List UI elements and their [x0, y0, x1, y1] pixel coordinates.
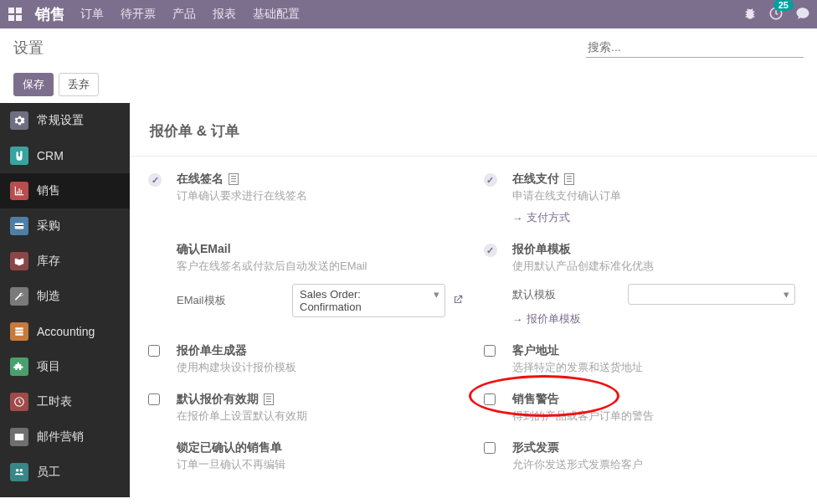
doc-icon[interactable] — [264, 393, 274, 405]
nav-products[interactable]: 产品 — [172, 7, 196, 22]
setting-customer-address: 客户地址 选择特定的发票和送货地址 — [474, 332, 809, 380]
sidebar-label: 制造 — [37, 289, 60, 304]
nav-config[interactable]: 基础配置 — [253, 7, 300, 22]
checkbox-online-signature[interactable] — [148, 173, 162, 187]
svg-rect-2 — [15, 225, 24, 226]
title: 客户地址 — [512, 343, 559, 358]
sidebar-item-5[interactable]: 制造 — [0, 279, 130, 314]
title: 确认EMail — [177, 242, 231, 257]
brand-title: 销售 — [35, 4, 65, 24]
title: 锁定已确认的销售单 — [177, 440, 282, 455]
sidebar-item-2[interactable]: 销售 — [0, 173, 130, 208]
desc: 客户在线签名或付款后自动发送的EMail — [177, 259, 464, 274]
default-template-select[interactable] — [628, 284, 795, 305]
checkbox-proforma[interactable] — [484, 442, 496, 454]
sidebar-item-1[interactable]: CRM — [0, 138, 130, 173]
save-button[interactable]: 保存 — [13, 73, 54, 96]
link-payment-methods[interactable]: 支付方式 — [512, 210, 799, 225]
sidebar-label: 采购 — [37, 219, 60, 234]
sidebar-icon — [10, 428, 28, 446]
control-panel: 设置 保存 丢弃 — [0, 28, 817, 103]
setting-sale-warning: 销售警告 得到的产品或客户订单的警告 — [474, 380, 809, 429]
desc: 订单一旦确认不再编辑 — [177, 457, 464, 472]
discard-button[interactable]: 丢弃 — [59, 73, 99, 96]
section-title: 报价单 & 订单 — [130, 103, 817, 157]
sidebar-icon — [10, 217, 28, 235]
sidebar-icon — [10, 182, 28, 200]
nav-reports[interactable]: 报表 — [213, 7, 236, 22]
sidebar-item-0[interactable]: 常规设置 — [0, 103, 130, 138]
sidebar-label: 工时表 — [37, 394, 72, 409]
desc: 使用默认产品创建标准化优惠 — [512, 259, 799, 274]
activities-badge: 25 — [773, 0, 794, 11]
doc-icon[interactable] — [564, 173, 574, 185]
sidebar-item-8[interactable]: 工时表 — [0, 384, 130, 419]
title: 形式发票 — [512, 440, 559, 455]
sidebar-item-4[interactable]: 库存 — [0, 244, 130, 279]
desc: 得到的产品或客户订单的警告 — [512, 409, 799, 424]
sidebar-label: CRM — [37, 149, 64, 162]
sidebar-label: 销售 — [37, 183, 60, 198]
apps-icon[interactable] — [7, 6, 23, 23]
checkbox-quote-builder[interactable] — [148, 345, 160, 357]
sidebar-item-10[interactable]: 员工 — [0, 455, 130, 490]
sidebar-icon — [10, 463, 28, 481]
sidebar-icon — [10, 111, 28, 130]
search-input[interactable] — [586, 37, 804, 58]
setting-quote-template: 报价单模板 使用默认产品创建标准化优惠 默认模板 报价单模板 — [474, 230, 809, 332]
doc-icon[interactable] — [229, 173, 239, 185]
setting-default-validity: 默认报价有效期 在报价单上设置默认有效期 — [138, 380, 474, 429]
email-template-label: EMail模板 — [177, 293, 285, 308]
sidebar-icon — [10, 357, 28, 376]
svg-point-5 — [20, 469, 23, 472]
setting-confirm-email: 确认EMail 客户在线签名或付款后自动发送的EMail EMail模板 Sal… — [138, 230, 474, 332]
top-navbar: 销售 订单 待开票 产品 报表 基础配置 25 — [0, 0, 817, 28]
title: 销售警告 — [512, 392, 559, 407]
activities-icon[interactable]: 25 — [768, 6, 784, 23]
sidebar-icon — [10, 147, 28, 165]
sidebar-item-9[interactable]: 邮件营销 — [0, 419, 130, 455]
nav-orders[interactable]: 订单 — [80, 7, 104, 22]
chat-icon[interactable] — [795, 6, 810, 23]
email-template-select[interactable]: Sales Order: Confirmation — [292, 284, 445, 317]
svg-point-4 — [16, 469, 19, 472]
desc: 在报价单上设置默认有效期 — [177, 409, 464, 424]
setting-online-signature: 在线签名 订单确认要求进行在线签名 — [138, 160, 474, 230]
title: 在线签名 — [177, 172, 224, 187]
sidebar-label: 员工 — [37, 465, 60, 480]
sidebar-item-7[interactable]: 项目 — [0, 349, 130, 384]
default-template-label: 默认模板 — [512, 287, 621, 302]
sidebar-item-6[interactable]: Accounting — [0, 314, 130, 349]
nav-to-invoice[interactable]: 待开票 — [121, 7, 156, 22]
sidebar-label: Accounting — [37, 325, 95, 338]
sidebar-icon — [10, 252, 28, 270]
sidebar-label: 项目 — [37, 359, 60, 374]
sidebar-icon — [10, 393, 28, 411]
settings-content: 报价单 & 订单 在线签名 订单确认要求进行在线签名 在线支付 申请在线支付确认… — [130, 103, 817, 497]
checkbox-quote-template[interactable] — [484, 244, 497, 257]
desc: 申请在线支付确认订单 — [512, 188, 799, 203]
page-title: 设置 — [13, 38, 44, 58]
sidebar-label: 库存 — [37, 254, 60, 269]
desc: 允许你发送形式发票给客户 — [512, 457, 799, 472]
link-quote-template[interactable]: 报价单模板 — [512, 311, 799, 327]
setting-quote-builder: 报价单生成器 使用构建块设计报价模板 — [138, 332, 474, 380]
sidebar-icon — [10, 287, 28, 306]
external-link-icon[interactable] — [452, 294, 464, 308]
setting-online-payment: 在线支付 申请在线支付确认订单 支付方式 — [474, 160, 809, 230]
setting-proforma: 形式发票 允许你发送形式发票给客户 — [474, 429, 809, 477]
settings-sidebar: 常规设置CRM销售采购库存制造Accounting项目工时表邮件营销员工 — [0, 103, 130, 497]
debug-icon[interactable] — [743, 7, 757, 23]
setting-lock-confirmed: 锁定已确认的销售单 订单一旦确认不再编辑 — [138, 429, 474, 477]
sidebar-icon — [10, 322, 28, 341]
sidebar-label: 常规设置 — [37, 113, 84, 128]
checkbox-sale-warning[interactable] — [484, 393, 496, 405]
desc: 使用构建块设计报价模板 — [177, 360, 464, 375]
sidebar-label: 邮件营销 — [37, 429, 84, 445]
checkbox-customer-address[interactable] — [484, 345, 496, 357]
sidebar-item-3[interactable]: 采购 — [0, 208, 130, 244]
checkbox-default-validity[interactable] — [148, 393, 160, 405]
checkbox-online-payment[interactable] — [484, 173, 497, 187]
desc: 订单确认要求进行在线签名 — [177, 188, 464, 203]
title: 报价单生成器 — [177, 343, 247, 358]
